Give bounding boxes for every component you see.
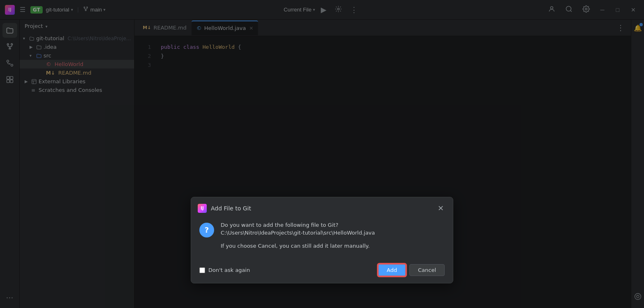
add-button[interactable]: Add [378, 264, 406, 276]
dont-ask-checkbox[interactable] [199, 267, 205, 273]
dont-ask-label[interactable]: Don't ask again [208, 267, 250, 273]
dialog-header: IJ Add File to Git ✕ [191, 197, 453, 218]
question-icon: ? [199, 223, 214, 237]
dialog-text: Do you want to add the following file to… [221, 221, 445, 253]
dialog-question: Do you want to add the following file to… [221, 222, 338, 228]
dialog-body: ? Do you want to add the following file … [191, 218, 453, 261]
cancel-button[interactable]: Cancel [409, 264, 445, 276]
add-file-dialog: IJ Add File to Git ✕ ? Do you want to ad… [191, 197, 453, 284]
dialog-close-button[interactable]: ✕ [437, 204, 445, 213]
dialog-app-icon: IJ [198, 204, 207, 213]
dialog-footer: Don't ask again Add Cancel [191, 260, 453, 283]
dialog-cancel-note: If you choose Cancel, you can still add … [221, 242, 445, 250]
dialog-file-path: C:\Users\Nitro\IdeaProjects\git-tutorial… [221, 230, 375, 236]
dialog-title: Add File to Git [211, 205, 433, 212]
dont-ask-container: Don't ask again [199, 267, 375, 273]
modal-overlay: IJ Add File to Git ✕ ? Do you want to ad… [0, 0, 644, 308]
